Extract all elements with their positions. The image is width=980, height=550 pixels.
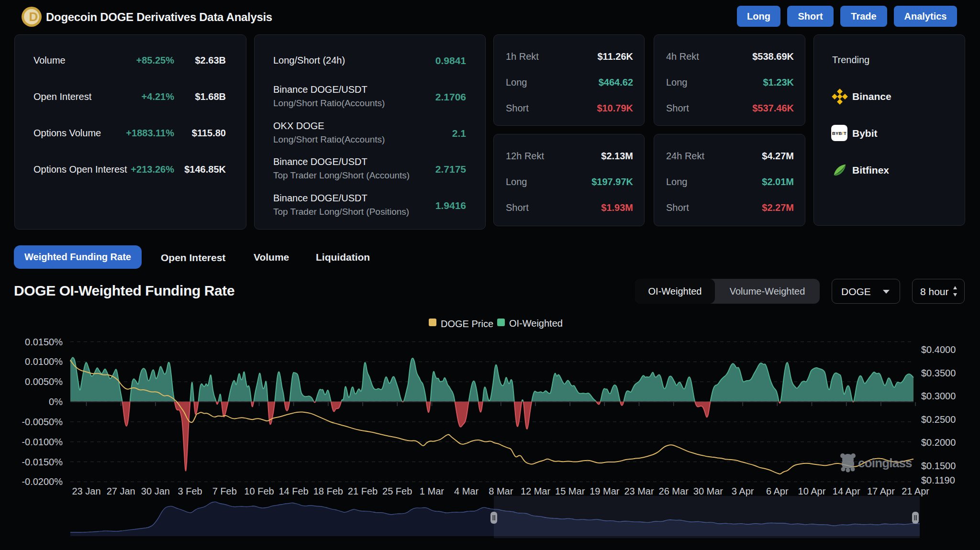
svg-text:coinglass: coinglass (858, 456, 912, 470)
svg-text:7 Feb: 7 Feb (212, 486, 237, 496)
svg-text:21 Feb: 21 Feb (348, 486, 378, 496)
svg-text:-0.0100%: -0.0100% (22, 437, 63, 447)
svg-text:25 Feb: 25 Feb (382, 486, 412, 496)
svg-text:-0.0200%: -0.0200% (22, 476, 63, 487)
svg-text:$0.4000: $0.4000 (921, 344, 956, 355)
svg-text:$0.3500: $0.3500 (921, 368, 956, 378)
svg-text:14 Apr: 14 Apr (833, 486, 860, 496)
svg-text:17 Apr: 17 Apr (867, 486, 895, 496)
svg-text:12 Mar: 12 Mar (521, 486, 551, 496)
svg-text:30 Jan: 30 Jan (141, 486, 170, 496)
svg-text:10 Apr: 10 Apr (798, 486, 826, 496)
svg-text:$0.1190: $0.1190 (921, 475, 955, 485)
svg-text:3 Apr: 3 Apr (732, 486, 754, 496)
svg-text:27 Jan: 27 Jan (107, 486, 135, 496)
svg-text:3 Feb: 3 Feb (178, 486, 202, 496)
svg-text:0.0100%: 0.0100% (25, 356, 63, 367)
svg-text:23 Mar: 23 Mar (624, 486, 654, 496)
svg-text:15 Mar: 15 Mar (555, 486, 585, 496)
svg-text:30 Mar: 30 Mar (693, 486, 724, 496)
svg-text:$0.3000: $0.3000 (921, 391, 956, 401)
svg-text:0.0150%: 0.0150% (25, 337, 63, 347)
svg-text:-0.0050%: -0.0050% (22, 417, 63, 427)
svg-text:26 Mar: 26 Mar (659, 486, 689, 496)
svg-text:10 Feb: 10 Feb (244, 486, 274, 496)
svg-text:0.0050%: 0.0050% (25, 376, 63, 387)
svg-text:19 Mar: 19 Mar (590, 486, 620, 496)
svg-text:21 Apr: 21 Apr (902, 486, 929, 496)
svg-text:0%: 0% (49, 396, 63, 407)
svg-text:$0.1500: $0.1500 (921, 461, 956, 471)
svg-text:1 Mar: 1 Mar (420, 486, 444, 496)
svg-text:4 Mar: 4 Mar (454, 486, 479, 496)
svg-text:18 Feb: 18 Feb (313, 486, 343, 496)
svg-text:23 Jan: 23 Jan (72, 486, 100, 496)
svg-text:-0.0150%: -0.0150% (22, 457, 63, 467)
svg-text:$0.2000: $0.2000 (921, 437, 956, 448)
svg-text:8 Mar: 8 Mar (489, 486, 513, 496)
svg-text:14 Feb: 14 Feb (278, 486, 308, 496)
svg-text:$0.2500: $0.2500 (921, 414, 956, 425)
svg-text:6 Apr: 6 Apr (766, 486, 789, 496)
